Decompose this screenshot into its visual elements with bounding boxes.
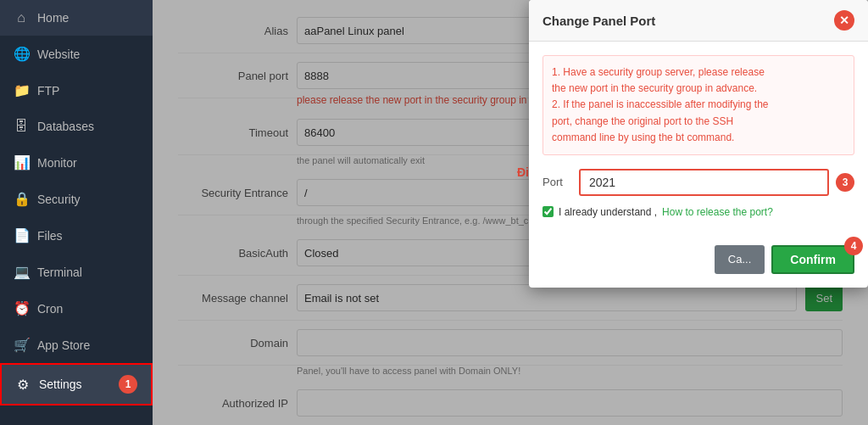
confirm-btn-wrapper: Confirm 4 — [771, 245, 854, 274]
sidebar-item-label: Cron — [37, 302, 63, 316]
sidebar-item-label: Monitor — [37, 156, 77, 170]
notice-line2: the new port in the security group in ad… — [552, 82, 757, 94]
sidebar-item-terminal[interactable]: 💻 Terminal — [0, 254, 153, 290]
modal-header: Change Panel Port ✕ — [529, 0, 868, 42]
modal-title: Change Panel Port — [542, 14, 655, 28]
files-icon: 📄 — [14, 227, 29, 243]
modal-body: 1. Have a security group server, please … — [529, 42, 868, 245]
sidebar-item-settings[interactable]: ⚙ Settings 1 — [0, 363, 153, 405]
notice-line5: command line by using the bt command. — [552, 131, 734, 143]
cron-icon: ⏰ — [14, 300, 29, 316]
port-row: Port 3 — [542, 169, 854, 196]
change-panel-port-modal: Change Panel Port ✕ 1. Have a security g… — [529, 0, 868, 288]
sidebar-item-label: Settings — [39, 377, 82, 391]
sidebar-item-website[interactable]: 🌐 Website — [0, 36, 153, 72]
port-field-label: Port — [542, 176, 572, 188]
step3-badge: 3 — [836, 173, 854, 192]
sidebar-item-monitor[interactable]: 📊 Monitor — [0, 144, 153, 181]
notice-line4: port, change the original port to the SS… — [552, 115, 733, 127]
understand-checkbox[interactable] — [542, 206, 554, 217]
sidebar-item-security[interactable]: 🔒 Security — [0, 181, 153, 217]
modal-notice: 1. Have a security group server, please … — [542, 55, 854, 155]
cancel-button[interactable]: Ca... — [715, 245, 765, 274]
ftp-icon: 📁 — [14, 82, 29, 98]
security-icon: 🔒 — [14, 191, 29, 207]
sidebar-item-appstore[interactable]: 🛒 App Store — [0, 327, 153, 363]
settings-icon: ⚙ — [15, 377, 31, 393]
notice-line3: 2. If the panel is inaccessible after mo… — [552, 98, 768, 110]
home-icon: ⌂ — [14, 10, 29, 25]
sidebar-item-label: Home — [37, 11, 69, 25]
sidebar-item-label: Files — [37, 229, 63, 243]
sidebar: ⌂ Home 🌐 Website 📁 FTP 🗄 Databases 📊 Mon… — [0, 0, 153, 425]
sidebar-item-files[interactable]: 📄 Files — [0, 217, 153, 254]
port-field-input[interactable] — [579, 169, 829, 196]
how-to-release-link[interactable]: How to release the port? — [662, 206, 773, 218]
website-icon: 🌐 — [14, 46, 29, 62]
sidebar-item-ftp[interactable]: 📁 FTP — [0, 72, 153, 109]
terminal-icon: 💻 — [14, 264, 29, 280]
confirm-button[interactable]: Confirm — [771, 245, 854, 274]
monitor-icon: 📊 — [14, 154, 29, 171]
step4-badge: 4 — [844, 237, 863, 255]
databases-icon: 🗄 — [14, 119, 29, 134]
sidebar-item-label: FTP — [37, 84, 59, 98]
sidebar-item-cron[interactable]: ⏰ Cron — [0, 290, 153, 327]
modal-footer: Ca... Confirm 4 — [529, 245, 868, 288]
understand-checkbox-row: I already understand , How to release th… — [542, 206, 854, 218]
step1-badge: 1 — [119, 375, 137, 394]
sidebar-item-databases[interactable]: 🗄 Databases — [0, 109, 153, 144]
modal-close-button[interactable]: ✕ — [834, 10, 854, 31]
sidebar-item-label: Security — [37, 193, 81, 206]
notice-line1: 1. Have a security group server, please … — [552, 66, 765, 78]
sidebar-item-label: Terminal — [37, 266, 82, 279]
sidebar-item-label: App Store — [37, 338, 90, 352]
sidebar-item-label: Website — [37, 48, 80, 61]
main-content: Alias Panel port Modify 2 please release… — [153, 0, 868, 425]
sidebar-item-label: Databases — [37, 120, 94, 133]
appstore-icon: 🛒 — [14, 337, 29, 353]
sidebar-item-home[interactable]: ⌂ Home — [0, 0, 153, 36]
checkbox-text: I already understand , — [559, 206, 657, 218]
